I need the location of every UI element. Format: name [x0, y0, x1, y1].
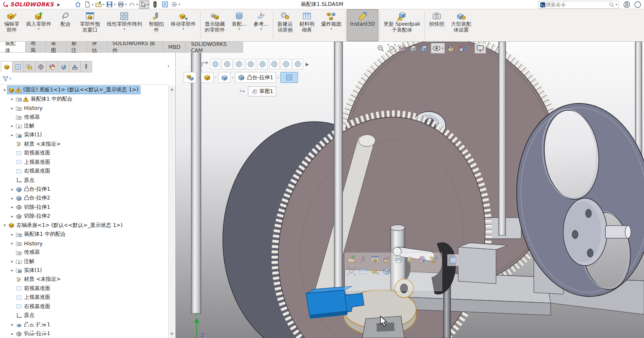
- context-toolbar-list-icon[interactable]: [447, 254, 459, 266]
- tree-item-content[interactable]: History: [15, 104, 44, 112]
- open-button[interactable]: ▾: [95, 0, 105, 9]
- tab-MBD[interactable]: MBD: [163, 42, 186, 52]
- ribbon-button-exploded-view[interactable]: 爆炸视图▾: [318, 9, 345, 41]
- zoom-area-icon[interactable]: [387, 44, 396, 53]
- tree-item-content[interactable]: 上视基准面: [15, 293, 52, 301]
- dropdown-caret[interactable]: ▾: [92, 3, 93, 6]
- ribbon-button-motion-study[interactable]: 新建运动算例: [274, 9, 296, 41]
- expand-caret[interactable]: ▸: [9, 241, 15, 245]
- expand-caret[interactable]: ▸: [9, 205, 15, 209]
- dropdown-caret[interactable]: ▾: [238, 27, 240, 31]
- tree-item[interactable]: 传感器: [0, 248, 168, 257]
- tree-item-content[interactable]: 材质 <未指定>: [15, 140, 62, 148]
- breadcrumb-body[interactable]: [218, 72, 231, 83]
- tree-item[interactable]: 前视基准面: [0, 149, 168, 157]
- tree-item-content[interactable]: History: [15, 240, 44, 247]
- view-orientation-icon[interactable]: [409, 44, 418, 53]
- mate-option-button[interactable]: [222, 59, 232, 69]
- ribbon-button-insert-component[interactable]: 插入零部件▾: [23, 9, 55, 41]
- expand-caret[interactable]: ▸: [9, 268, 15, 272]
- zoom-fit-icon[interactable]: [376, 44, 385, 53]
- home-button[interactable]: [73, 0, 82, 9]
- expand-caret[interactable]: ▸: [9, 232, 15, 237]
- tree-item[interactable]: 材质 <未指定>: [0, 140, 168, 149]
- tree-item[interactable]: ▸实体(1): [0, 266, 168, 275]
- context-toolbar[interactable]: [345, 253, 442, 291]
- dropdown-caret[interactable]: ▾: [330, 27, 332, 31]
- expand-caret[interactable]: ▸: [9, 187, 15, 192]
- component-preview-icon[interactable]: [370, 255, 380, 264]
- ribbon-button-smart-fasteners[interactable]: 智能扣件: [145, 9, 167, 41]
- exploded-view-icon[interactable]: [429, 255, 438, 264]
- save-button[interactable]: ▾: [106, 0, 116, 9]
- dropdown-caret[interactable]: ▾: [125, 3, 127, 6]
- help-icon[interactable]: [634, 1, 641, 8]
- tree-item[interactable]: 材质 <未指定>: [0, 275, 168, 284]
- search-input[interactable]: [546, 2, 609, 8]
- mate-option-button[interactable]: [257, 59, 268, 69]
- tree-scrollbar[interactable]: [168, 85, 175, 338]
- tree-item-content[interactable]: 切除-拉伸1: [15, 203, 52, 211]
- tree-item[interactable]: 上视基准面: [0, 293, 168, 302]
- expand-caret[interactable]: ▸: [9, 214, 15, 218]
- mate-bar-expand-arrow[interactable]: ▶: [306, 62, 309, 67]
- tree-item-content[interactable]: 原点: [15, 176, 36, 184]
- panel-tab-configuration-manager[interactable]: [24, 61, 35, 72]
- edit-appearance-icon[interactable]: [406, 255, 415, 264]
- tree-item[interactable]: 右视基准面: [0, 167, 168, 176]
- scene-icon[interactable]: [417, 255, 427, 264]
- tree-item[interactable]: ▸装配体1 中的配合: [0, 94, 168, 103]
- task-list-button[interactable]: [160, 0, 169, 9]
- scroll-up-arrow[interactable]: [170, 88, 174, 90]
- command-search[interactable]: ▾: [538, 1, 619, 9]
- mate-option-button[interactable]: [245, 59, 256, 69]
- ribbon-button-mate[interactable]: 配合: [55, 9, 77, 41]
- open-icon[interactable]: [347, 255, 356, 264]
- tree-item[interactable]: ▸凸台-拉伸1: [0, 185, 168, 194]
- dropdown-caret[interactable]: ▾: [38, 27, 40, 31]
- ribbon-button-linear-pattern[interactable]: 线性零部件阵列▾: [103, 9, 145, 41]
- panel-tab-display-manager[interactable]: [46, 61, 58, 72]
- tree-item-content[interactable]: 右视基准面: [15, 303, 52, 311]
- ribbon-button-large-assembly-settings[interactable]: 大型装配体设置: [448, 9, 475, 41]
- zoom-area-icon[interactable]: [347, 266, 356, 276]
- tree-item[interactable]: ▸装配体1 中的配合: [0, 230, 168, 239]
- search-icon[interactable]: [609, 2, 615, 8]
- move-component-icon[interactable]: [370, 266, 380, 276]
- ribbon-button-snapshot[interactable]: 拍快照: [426, 9, 448, 41]
- expand-caret[interactable]: ▾: [2, 88, 8, 92]
- tree-item[interactable]: ▾左轴承座<1> (默认<<默认>_显示状态 1>): [0, 221, 168, 230]
- scene-icon[interactable]: [458, 44, 467, 53]
- tree-item[interactable]: ▸实体(1): [0, 130, 168, 139]
- tree-item[interactable]: 传感器: [0, 112, 168, 121]
- account-icon[interactable]: [623, 1, 631, 8]
- tree-item[interactable]: 原点: [0, 176, 168, 184]
- tree-item-content[interactable]: 装配体1 中的配合: [15, 230, 67, 238]
- tree-item-content[interactable]: 实体(1): [15, 266, 44, 274]
- dropdown-caret[interactable]: ▾: [124, 27, 125, 31]
- tree-item[interactable]: ▾(固定) 底板1<1> (默认<<默认>_显示状态 1>): [0, 85, 168, 94]
- ribbon-button-component-preview[interactable]: 零部件预览窗口: [77, 9, 103, 41]
- ribbon-button-move-component[interactable]: 移动零部件▾: [167, 9, 199, 41]
- tree-item-content[interactable]: 实体(1): [15, 131, 44, 139]
- tab-SOLIDWORKS 插件[interactable]: SOLIDWORKS 插件: [107, 42, 163, 52]
- smart-fasteners-icon[interactable]: [359, 255, 368, 264]
- dropdown-caret[interactable]: ▾: [103, 3, 105, 6]
- sketch-chip[interactable]: 草图1: [248, 86, 276, 96]
- promote-arrow-icon[interactable]: [200, 60, 209, 69]
- guide-rod-center[interactable]: [334, 42, 343, 295]
- graphics-viewport[interactable]: Y Z ▾ ▶ › › › 凸台-拉伸1 › 草图1: [176, 42, 644, 338]
- breadcrumb-face-selected[interactable]: [280, 72, 298, 83]
- mate-option-button[interactable]: [269, 59, 280, 69]
- tree-item-content[interactable]: 前视基准面: [15, 285, 52, 293]
- mate-option-button[interactable]: [210, 59, 221, 69]
- search-dropdown-caret[interactable]: ▾: [615, 3, 617, 6]
- ribbon-button-show-hidden[interactable]: 显示隐藏的零部件: [201, 9, 228, 41]
- tree-item[interactable]: ▸History: [0, 104, 168, 112]
- tree-item-content[interactable]: (固定) 底板1<1> (默认<<默认>_显示状态 1>): [8, 86, 140, 94]
- tree-item-content[interactable]: 凸台-拉伸2: [15, 194, 52, 202]
- tree-item-content[interactable]: 左轴承座<1> (默认<<默认>_显示状态 1>): [8, 221, 124, 229]
- dropdown-caret[interactable]: ▾: [179, 3, 180, 6]
- expand-caret[interactable]: ▾: [2, 223, 8, 227]
- panel-tab-cam-feature-tree[interactable]: [69, 61, 81, 72]
